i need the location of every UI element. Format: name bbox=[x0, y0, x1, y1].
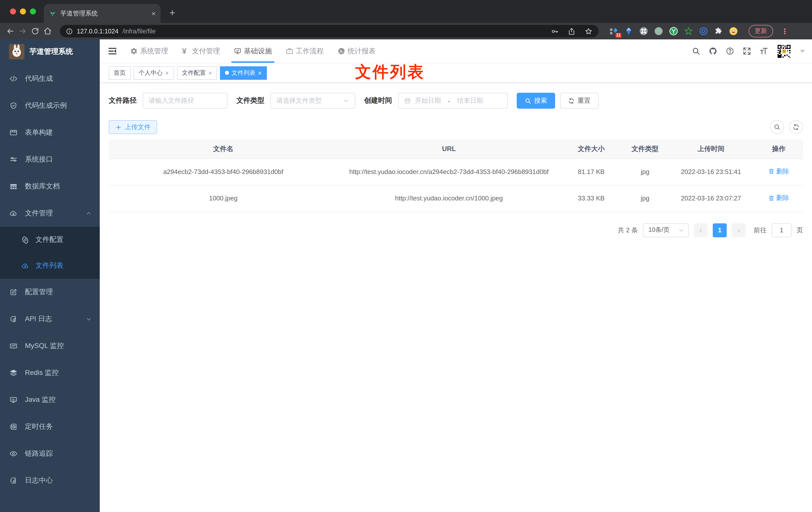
cell-time: 2022-03-16 23:51:41 bbox=[668, 158, 754, 185]
page-unit-label: 页 bbox=[796, 226, 803, 235]
help-icon[interactable] bbox=[726, 47, 734, 55]
sidebar-item-config-manage[interactable]: 配置管理 bbox=[0, 279, 100, 306]
table-row: a294ecb2-73dd-4353-bf40-296b8931d0bf htt… bbox=[109, 158, 803, 185]
bookmark-star-icon[interactable] bbox=[585, 27, 592, 35]
refresh-icon bbox=[568, 97, 575, 104]
page-size-select[interactable]: 10条/页 bbox=[643, 223, 689, 237]
sidebar-item-log-center[interactable]: 日志中心 bbox=[0, 467, 100, 494]
table-header-row: 文件名 URL 文件大小 文件类型 上传时间 操作 bbox=[109, 140, 803, 158]
browser-tab[interactable]: 芋道管理系统 × bbox=[44, 4, 161, 23]
top-nav-infra[interactable]: 基础设施 bbox=[227, 39, 279, 63]
sidebar-item-system-api[interactable]: 系统接口 bbox=[0, 146, 100, 173]
sidebar-item-label: 文件管理 bbox=[25, 209, 53, 218]
briefcase-icon bbox=[286, 48, 293, 55]
tag-profile[interactable]: 个人中心× bbox=[134, 66, 174, 80]
tag-home[interactable]: 首页 bbox=[109, 66, 131, 80]
tag-file-config[interactable]: 文件配置× bbox=[177, 66, 217, 80]
sidebar-item-label: Redis 监控 bbox=[25, 368, 59, 378]
avatar-caret-icon[interactable] bbox=[800, 50, 805, 53]
extensions-puzzle-icon[interactable] bbox=[714, 27, 723, 35]
minimize-window-button[interactable] bbox=[20, 8, 26, 14]
tag-close-icon[interactable]: × bbox=[258, 69, 262, 76]
sidebar-item-label: 代码生成 bbox=[25, 74, 53, 83]
file-list-page: 文件路径 请输入文件路径 文件类型 请选择文件类型 创建时间 开始日期 - 结束… bbox=[100, 83, 812, 237]
forward-icon[interactable] bbox=[19, 27, 27, 35]
github-icon[interactable] bbox=[709, 47, 717, 55]
sidebar-item-code-gen-example[interactable]: 代码生成示例 bbox=[0, 92, 100, 119]
extension-eye-icon[interactable] bbox=[699, 27, 708, 35]
browser-toolbar: 127.0.0.1:1024/infra/file/file 11 更新 ⋮ bbox=[0, 23, 812, 39]
search-icon[interactable] bbox=[692, 47, 700, 55]
extension-command-icon[interactable] bbox=[639, 27, 648, 35]
tag-file-list[interactable]: 文件列表× bbox=[220, 66, 267, 80]
sidebar-item-label: 文件配置 bbox=[35, 235, 63, 244]
chevron-down-icon bbox=[86, 316, 92, 322]
reload-icon[interactable] bbox=[31, 27, 39, 35]
extension-grid-icon[interactable]: 11 bbox=[609, 27, 618, 35]
extension-y-icon[interactable] bbox=[669, 27, 678, 35]
password-key-icon[interactable] bbox=[551, 27, 559, 35]
sidebar-item-file-manage[interactable]: 文件管理 bbox=[0, 200, 100, 227]
goto-page-input[interactable]: 1 bbox=[772, 223, 791, 237]
home-icon[interactable] bbox=[44, 27, 52, 35]
app-logo[interactable]: 芋道管理系统 bbox=[0, 39, 100, 63]
sidebar-item-file-list[interactable]: 文件列表 bbox=[0, 253, 100, 279]
chevron-down-icon bbox=[678, 227, 684, 233]
tab-close-icon[interactable]: × bbox=[152, 10, 155, 17]
top-nav-payment[interactable]: ¥ 支付管理 bbox=[175, 39, 227, 63]
extension-dot-icon[interactable] bbox=[655, 27, 663, 35]
share-icon[interactable] bbox=[568, 27, 576, 35]
sidebar-item-mysql-monitor[interactable]: MySQL 监控 bbox=[0, 333, 100, 359]
font-size-icon[interactable] bbox=[760, 47, 768, 55]
top-nav-reports[interactable]: 统计报表 bbox=[331, 39, 382, 63]
maximize-window-button[interactable] bbox=[30, 8, 36, 14]
reset-button-label: 重置 bbox=[578, 96, 590, 105]
next-page-button[interactable]: › bbox=[732, 223, 746, 237]
site-info-icon[interactable] bbox=[66, 28, 73, 35]
cell-filename: a294ecb2-73dd-4353-bf40-296b8931d0bf bbox=[109, 158, 338, 185]
current-page[interactable]: 1 bbox=[713, 223, 727, 237]
sidebar-item-api-log[interactable]: API 日志 bbox=[0, 306, 100, 333]
browser-tab-strip: 芋道管理系统 × ＋ bbox=[0, 0, 812, 23]
sidebar-item-file-config[interactable]: 文件配置 bbox=[0, 227, 100, 253]
extension-star-icon[interactable] bbox=[684, 27, 693, 35]
window-controls bbox=[10, 8, 36, 14]
delete-button[interactable]: 删除 bbox=[768, 192, 789, 203]
browser-update-button[interactable]: 更新 bbox=[749, 25, 773, 37]
file-type-select[interactable]: 请选择文件类型 bbox=[270, 93, 355, 109]
reset-button[interactable]: 重置 bbox=[560, 93, 599, 109]
prev-page-button[interactable]: ‹ bbox=[694, 223, 708, 237]
collapse-sidebar-icon[interactable] bbox=[108, 47, 117, 56]
sidebar-item-java-monitor[interactable]: Java 监控 bbox=[0, 386, 100, 413]
extension-kite-icon[interactable] bbox=[625, 27, 633, 35]
top-nav-system[interactable]: 系统管理 bbox=[123, 39, 175, 63]
sidebar-item-scheduled-jobs[interactable]: 定时任务 bbox=[0, 413, 100, 440]
sidebar-item-tracing[interactable]: 链路追踪 bbox=[0, 440, 100, 467]
tag-close-icon[interactable]: × bbox=[208, 69, 212, 76]
refresh-table-button[interactable] bbox=[789, 120, 803, 134]
back-icon[interactable] bbox=[6, 27, 14, 35]
close-window-button[interactable] bbox=[10, 8, 16, 14]
table-toolbar: 上传文件 bbox=[109, 120, 803, 134]
fullscreen-icon[interactable] bbox=[743, 47, 751, 55]
upload-file-button[interactable]: 上传文件 bbox=[109, 120, 157, 134]
browser-menu-icon[interactable]: ⋮ bbox=[781, 27, 788, 36]
profile-emoji-icon[interactable] bbox=[729, 27, 738, 35]
sidebar-item-redis-monitor[interactable]: Redis 监控 bbox=[0, 359, 100, 386]
cell-type: jpg bbox=[622, 185, 668, 212]
avatar-qr[interactable] bbox=[777, 43, 791, 59]
delete-button[interactable]: 删除 bbox=[768, 166, 789, 177]
search-button[interactable]: 搜索 bbox=[517, 93, 555, 109]
sidebar-item-code-gen[interactable]: 代码生成 bbox=[0, 65, 100, 92]
new-tab-button[interactable]: ＋ bbox=[168, 6, 177, 19]
address-bar[interactable]: 127.0.0.1:1024/infra/file/file bbox=[60, 25, 599, 37]
top-nav-workflow[interactable]: 工作流程 bbox=[279, 39, 331, 63]
col-header-url: URL bbox=[338, 140, 560, 158]
date-range-picker[interactable]: 开始日期 - 结束日期 bbox=[398, 93, 508, 109]
toggle-search-button[interactable] bbox=[770, 120, 784, 134]
tag-close-icon[interactable]: × bbox=[165, 69, 169, 76]
red-annotation: 文件列表 bbox=[355, 62, 425, 82]
file-path-input[interactable]: 请输入文件路径 bbox=[143, 93, 227, 109]
sidebar-item-form-builder[interactable]: 表单构建 bbox=[0, 119, 100, 146]
sidebar-item-db-doc[interactable]: 数据库文档 bbox=[0, 173, 100, 200]
